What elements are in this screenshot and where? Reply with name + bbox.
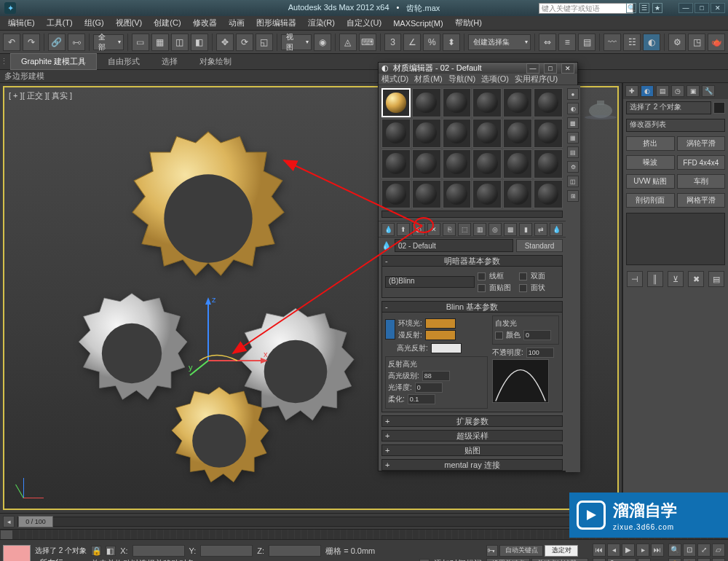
me-menu-mat[interactable]: 材质(M) <box>414 74 443 85</box>
mirror-button[interactable]: ⇔ <box>539 34 556 51</box>
me-uv-icon[interactable]: ▦ <box>567 132 579 144</box>
me-slot-11[interactable] <box>503 119 532 148</box>
walk-button[interactable]: 🚶 <box>683 558 696 562</box>
menu-script[interactable]: MAXScript(M) <box>388 17 448 29</box>
menu-graph[interactable]: 图形编辑器 <box>251 16 301 30</box>
me-options-icon[interactable]: ⚙ <box>567 161 579 173</box>
ribbon-grip[interactable]: ⋮⋮ <box>0 57 10 66</box>
opacity-spin[interactable]: 100 <box>526 348 554 358</box>
spec-level-spin[interactable]: 88 <box>422 371 450 381</box>
refcoord-dropdown[interactable]: 视图 <box>281 34 312 50</box>
snap-percent-button[interactable]: % <box>423 34 440 51</box>
me-titlebar[interactable]: ◐ 材质编辑器 - 02 - Default — □ ✕ <box>379 63 577 74</box>
me-menu-nav[interactable]: 导航(N) <box>448 74 475 85</box>
ribbon-tab-select[interactable]: 选择 <box>151 53 189 70</box>
me-assign-button[interactable]: ◐ <box>412 223 425 236</box>
scale-button[interactable]: ◱ <box>256 34 273 51</box>
si-spin[interactable]: 0 <box>523 330 551 340</box>
me-slot-20[interactable] <box>412 180 441 209</box>
help-icon[interactable]: 🔍 <box>626 3 636 13</box>
color-preview[interactable] <box>3 545 31 562</box>
me-make-copy-button[interactable]: ⎘ <box>443 223 456 236</box>
stack-config-icon[interactable]: ▤ <box>708 271 724 287</box>
mod-noise[interactable]: 噪波 <box>626 155 675 170</box>
cp-hierarchy-tab[interactable]: ▤ <box>656 85 669 97</box>
me-slot-1[interactable] <box>381 88 411 117</box>
goto-start-button[interactable]: ⏮ <box>593 544 606 557</box>
ambient-lock-icon[interactable] <box>385 319 395 340</box>
teapot-widget[interactable] <box>582 93 619 119</box>
orbit-button[interactable]: ⟲ <box>697 558 711 562</box>
me-put-lib-button[interactable]: ▥ <box>473 223 486 236</box>
me-slot-17[interactable] <box>503 149 532 178</box>
ribbon-tab-paint[interactable]: 对象绘制 <box>189 53 242 70</box>
material-editor-button[interactable]: ◐ <box>643 34 660 51</box>
me-slot-24[interactable] <box>534 180 563 209</box>
stack-unique-icon[interactable]: ⊻ <box>668 271 684 287</box>
keyfilter-button[interactable]: 关键点过滤器... <box>531 558 588 562</box>
named-sel-dropdown[interactable]: 创建选择集 <box>468 34 531 50</box>
modifier-list-dropdown[interactable]: 修改器列表 <box>626 119 725 132</box>
key-icon[interactable]: 🗝 <box>486 545 498 557</box>
me-material-id-icon[interactable]: ⊞ <box>567 190 579 202</box>
zoom-button[interactable]: 🔍 <box>668 544 681 557</box>
minimize-button[interactable]: — <box>678 3 693 13</box>
prev-frame-button[interactable]: ◂ <box>607 544 620 557</box>
me-slot-10[interactable] <box>472 119 502 148</box>
y-input[interactable] <box>200 545 253 557</box>
me-hscroll[interactable] <box>381 211 563 218</box>
search-input[interactable]: 键入关键字或短语 <box>539 3 633 14</box>
me-roll-ext[interactable]: +扩展参数 <box>381 415 563 427</box>
soft-spin[interactable]: 0.1 <box>408 394 435 404</box>
me-show-map-button[interactable]: ▩ <box>504 223 517 236</box>
render-frame-button[interactable]: ◳ <box>688 34 705 51</box>
render-button[interactable]: 🫖 <box>708 34 725 51</box>
layer-button[interactable]: ▤ <box>578 34 596 51</box>
curve-editor-button[interactable]: 〰 <box>604 34 621 51</box>
me-slot-3[interactable] <box>443 88 472 117</box>
redo-button[interactable]: ↷ <box>23 34 40 51</box>
me-minimize[interactable]: — <box>526 63 539 74</box>
stack-pin-icon[interactable]: ⊣ <box>627 271 643 287</box>
menu-help[interactable]: 帮助(H) <box>450 16 487 30</box>
me-video-icon[interactable]: ▤ <box>567 146 579 158</box>
ambient-swatch[interactable] <box>425 318 456 329</box>
me-get-button[interactable]: 💧 <box>381 223 395 236</box>
modifier-stack[interactable] <box>626 213 725 265</box>
max-toggle-button[interactable]: ⊞ <box>712 558 725 562</box>
me-slot-19[interactable] <box>381 180 411 209</box>
color-swatch[interactable] <box>713 102 725 114</box>
me-slot-13[interactable] <box>381 149 411 178</box>
goto-end-button[interactable]: ⏭ <box>651 544 664 557</box>
me-slot-5[interactable] <box>503 88 532 117</box>
menu-custom[interactable]: 自定义(U) <box>341 16 387 30</box>
menu-anim[interactable]: 动画 <box>223 16 250 30</box>
select-region-button[interactable]: ◫ <box>171 34 189 51</box>
me-reset-button[interactable]: ✕ <box>427 223 440 236</box>
me-menu-opt[interactable]: 选项(O) <box>481 74 509 85</box>
me-roll-ss[interactable]: +超级采样 <box>381 430 563 442</box>
me-slot-12[interactable] <box>534 119 563 148</box>
me-background-icon[interactable]: ▩ <box>567 117 579 129</box>
render-setup-button[interactable]: ⚙ <box>668 34 686 51</box>
mod-lathe[interactable]: 车削 <box>677 174 726 189</box>
ribbon-tab-graphite[interactable]: Graphite 建模工具 <box>10 53 97 70</box>
spinner-snap-button[interactable]: ⬍ <box>443 34 460 51</box>
stack-show-icon[interactable]: ║ <box>647 271 663 287</box>
me-slot-4[interactable] <box>472 88 502 117</box>
setkey-button[interactable]: 设置关键点 <box>486 558 530 562</box>
ribbon-tab-freeform[interactable]: 自由形式 <box>97 53 151 70</box>
lock-icon[interactable]: 🔒 <box>91 546 101 556</box>
mod-turbo[interactable]: 涡轮平滑 <box>677 136 726 151</box>
me-slot-15[interactable] <box>443 149 472 178</box>
align-button[interactable]: ≡ <box>558 34 576 51</box>
shader-dropdown[interactable]: (B)Blinn <box>385 276 475 288</box>
me-roll-maps[interactable]: +贴图 <box>381 444 563 456</box>
time-scrubber[interactable]: 0 / 100 <box>18 516 53 527</box>
zoom-all-button[interactable]: ⊡ <box>683 544 696 557</box>
time-config-button[interactable]: ⏱ <box>638 558 651 562</box>
cp-modify-tab[interactable]: ◐ <box>641 85 654 97</box>
viewport-label[interactable]: [ + ][ 正交 ][ 真实 ] <box>9 90 72 101</box>
me-slot-7[interactable] <box>381 119 411 148</box>
script-icon[interactable]: ☰ <box>419 559 430 562</box>
